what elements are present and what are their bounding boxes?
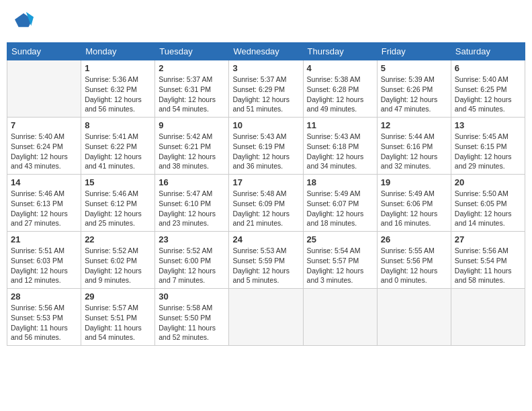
weekday-header: Monday — [81, 43, 155, 60]
day-number: 8 — [85, 120, 151, 130]
calendar-cell: 6Sunrise: 5:40 AMSunset: 6:25 PMDaylight… — [451, 60, 525, 118]
weekday-header: Friday — [377, 43, 451, 60]
day-number: 6 — [455, 63, 521, 73]
day-info: Sunrise: 5:36 AMSunset: 6:32 PMDaylight:… — [85, 75, 151, 114]
calendar-cell: 28Sunrise: 5:56 AMSunset: 5:53 PMDayligh… — [7, 289, 81, 346]
day-number: 26 — [381, 234, 447, 244]
day-info: Sunrise: 5:42 AMSunset: 6:21 PMDaylight:… — [159, 132, 225, 171]
day-number: 11 — [307, 120, 373, 130]
day-info: Sunrise: 5:54 AMSunset: 5:57 PMDaylight:… — [307, 246, 373, 285]
day-info: Sunrise: 5:50 AMSunset: 6:05 PMDaylight:… — [455, 189, 521, 228]
day-info: Sunrise: 5:46 AMSunset: 6:12 PMDaylight:… — [85, 189, 151, 228]
calendar-cell — [229, 289, 303, 346]
day-number: 29 — [85, 291, 151, 302]
calendar-cell: 3Sunrise: 5:37 AMSunset: 6:29 PMDaylight… — [229, 60, 303, 118]
week-row: 21Sunrise: 5:51 AMSunset: 6:03 PMDayligh… — [7, 232, 525, 289]
day-info: Sunrise: 5:40 AMSunset: 6:24 PMDaylight:… — [11, 132, 77, 171]
day-number: 5 — [381, 63, 447, 73]
calendar-cell: 29Sunrise: 5:57 AMSunset: 5:51 PMDayligh… — [81, 289, 155, 346]
day-number: 17 — [232, 177, 299, 187]
day-info: Sunrise: 5:53 AMSunset: 5:59 PMDaylight:… — [232, 246, 299, 285]
logo-icon — [15, 11, 34, 30]
day-info: Sunrise: 5:49 AMSunset: 6:06 PMDaylight:… — [381, 189, 447, 228]
calendar-cell: 20Sunrise: 5:50 AMSunset: 6:05 PMDayligh… — [451, 175, 525, 232]
day-info: Sunrise: 5:46 AMSunset: 6:13 PMDaylight:… — [11, 189, 77, 228]
day-info: Sunrise: 5:45 AMSunset: 6:15 PMDaylight:… — [455, 132, 521, 171]
day-info: Sunrise: 5:52 AMSunset: 6:02 PMDaylight:… — [85, 246, 151, 285]
day-number: 10 — [232, 120, 299, 130]
day-number: 23 — [159, 234, 225, 244]
weekday-header: Wednesday — [229, 43, 303, 60]
calendar-cell: 30Sunrise: 5:58 AMSunset: 5:50 PMDayligh… — [155, 289, 229, 346]
day-info: Sunrise: 5:58 AMSunset: 5:50 PMDaylight:… — [159, 303, 225, 342]
day-number: 18 — [307, 177, 373, 187]
week-row: 1Sunrise: 5:36 AMSunset: 6:32 PMDaylight… — [7, 60, 525, 118]
calendar-cell — [303, 289, 377, 346]
day-info: Sunrise: 5:55 AMSunset: 5:56 PMDaylight:… — [381, 246, 447, 285]
calendar-cell: 9Sunrise: 5:42 AMSunset: 6:21 PMDaylight… — [155, 118, 229, 175]
calendar-cell: 16Sunrise: 5:47 AMSunset: 6:10 PMDayligh… — [155, 175, 229, 232]
calendar-cell: 25Sunrise: 5:54 AMSunset: 5:57 PMDayligh… — [303, 232, 377, 289]
day-number: 27 — [455, 234, 521, 244]
day-number: 2 — [159, 63, 225, 73]
weekday-header: Saturday — [451, 43, 525, 60]
day-number: 19 — [381, 177, 447, 187]
logo — [13, 11, 34, 33]
day-info: Sunrise: 5:51 AMSunset: 6:03 PMDaylight:… — [11, 246, 77, 285]
calendar-cell: 17Sunrise: 5:48 AMSunset: 6:09 PMDayligh… — [229, 175, 303, 232]
calendar-cell: 7Sunrise: 5:40 AMSunset: 6:24 PMDaylight… — [7, 118, 81, 175]
day-number: 3 — [232, 63, 299, 73]
day-number: 4 — [307, 63, 373, 73]
weekday-header: Sunday — [7, 43, 81, 60]
day-info: Sunrise: 5:43 AMSunset: 6:19 PMDaylight:… — [232, 132, 299, 171]
calendar-cell: 1Sunrise: 5:36 AMSunset: 6:32 PMDaylight… — [81, 60, 155, 118]
day-number: 21 — [11, 234, 77, 244]
day-info: Sunrise: 5:39 AMSunset: 6:26 PMDaylight:… — [381, 75, 447, 114]
day-info: Sunrise: 5:43 AMSunset: 6:18 PMDaylight:… — [307, 132, 373, 171]
calendar-cell — [377, 289, 451, 346]
day-number: 20 — [455, 177, 521, 187]
day-info: Sunrise: 5:52 AMSunset: 6:00 PMDaylight:… — [159, 246, 225, 285]
calendar-cell: 19Sunrise: 5:49 AMSunset: 6:06 PMDayligh… — [377, 175, 451, 232]
day-info: Sunrise: 5:37 AMSunset: 6:31 PMDaylight:… — [159, 75, 225, 114]
day-number: 30 — [159, 291, 225, 302]
day-number: 24 — [232, 234, 299, 244]
weekday-header: Tuesday — [155, 43, 229, 60]
day-info: Sunrise: 5:38 AMSunset: 6:28 PMDaylight:… — [307, 75, 373, 114]
day-number: 22 — [85, 234, 151, 244]
week-row: 14Sunrise: 5:46 AMSunset: 6:13 PMDayligh… — [7, 175, 525, 232]
day-number: 13 — [455, 120, 521, 130]
calendar-cell: 5Sunrise: 5:39 AMSunset: 6:26 PMDaylight… — [377, 60, 451, 118]
day-number: 28 — [11, 291, 77, 302]
day-info: Sunrise: 5:37 AMSunset: 6:29 PMDaylight:… — [232, 75, 299, 114]
calendar-cell: 8Sunrise: 5:41 AMSunset: 6:22 PMDaylight… — [81, 118, 155, 175]
calendar-table: SundayMondayTuesdayWednesdayThursdayFrid… — [7, 42, 525, 346]
day-number: 12 — [381, 120, 447, 130]
day-number: 9 — [159, 120, 225, 130]
calendar-cell: 11Sunrise: 5:43 AMSunset: 6:18 PMDayligh… — [303, 118, 377, 175]
logo-text — [13, 11, 34, 33]
calendar-cell: 15Sunrise: 5:46 AMSunset: 6:12 PMDayligh… — [81, 175, 155, 232]
day-number: 16 — [159, 177, 225, 187]
calendar-cell: 24Sunrise: 5:53 AMSunset: 5:59 PMDayligh… — [229, 232, 303, 289]
weekday-header: Thursday — [303, 43, 377, 60]
day-info: Sunrise: 5:56 AMSunset: 5:54 PMDaylight:… — [455, 246, 521, 285]
calendar-cell: 22Sunrise: 5:52 AMSunset: 6:02 PMDayligh… — [81, 232, 155, 289]
day-info: Sunrise: 5:56 AMSunset: 5:53 PMDaylight:… — [11, 303, 77, 342]
day-number: 15 — [85, 177, 151, 187]
calendar-cell — [7, 60, 81, 118]
calendar-cell: 23Sunrise: 5:52 AMSunset: 6:00 PMDayligh… — [155, 232, 229, 289]
calendar-cell: 18Sunrise: 5:49 AMSunset: 6:07 PMDayligh… — [303, 175, 377, 232]
week-row: 7Sunrise: 5:40 AMSunset: 6:24 PMDaylight… — [7, 118, 525, 175]
week-row: 28Sunrise: 5:56 AMSunset: 5:53 PMDayligh… — [7, 289, 525, 346]
calendar-cell — [451, 289, 525, 346]
day-number: 14 — [11, 177, 77, 187]
page-header — [7, 7, 525, 37]
day-info: Sunrise: 5:57 AMSunset: 5:51 PMDaylight:… — [85, 303, 151, 342]
day-number: 7 — [11, 120, 77, 130]
day-number: 1 — [85, 63, 151, 73]
calendar-cell: 4Sunrise: 5:38 AMSunset: 6:28 PMDaylight… — [303, 60, 377, 118]
day-info: Sunrise: 5:44 AMSunset: 6:16 PMDaylight:… — [381, 132, 447, 171]
day-info: Sunrise: 5:49 AMSunset: 6:07 PMDaylight:… — [307, 189, 373, 228]
day-info: Sunrise: 5:47 AMSunset: 6:10 PMDaylight:… — [159, 189, 225, 228]
